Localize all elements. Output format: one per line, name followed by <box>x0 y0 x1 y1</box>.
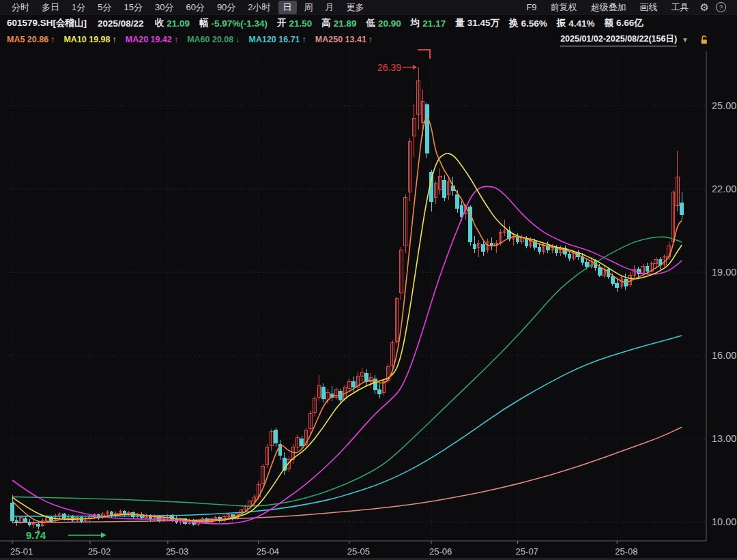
range-selector: 2025/01/02-2025/08/22(156日) ▼ <box>560 33 710 46</box>
chevron-down-icon[interactable]: ▼ <box>682 36 689 44</box>
high-price-annotation: 26.39 <box>377 50 430 73</box>
ma-label-value: MA10 19.98 <box>63 35 110 44</box>
y-axis-label: 16.00 <box>712 350 736 361</box>
ma-trend-arrow: ↑ <box>113 35 117 44</box>
quote-field-label: 均 <box>411 17 420 29</box>
candle-down <box>425 104 429 153</box>
tab-周[interactable]: 周 <box>300 1 318 14</box>
x-axis-label: 25-04 <box>257 546 279 557</box>
quote-bar: 601579.SH[会稽山] 2025/08/22 收21.09幅-5.97%(… <box>0 15 737 31</box>
quote-field-label: 换 <box>509 17 519 29</box>
candle-down <box>646 267 649 271</box>
tab-15分[interactable]: 15分 <box>119 1 147 14</box>
tab-日[interactable]: 日 <box>278 1 297 14</box>
y-axis-label: 22.00 <box>712 183 736 194</box>
ma-trend-arrow: ↑ <box>302 35 306 44</box>
quote-field-高: 高21.89 <box>321 17 356 29</box>
candles <box>11 68 684 529</box>
candle-down <box>680 203 684 214</box>
candle-down <box>473 244 476 248</box>
tab-多日[interactable]: 多日 <box>37 1 64 14</box>
quote-field-value: 6.56% <box>521 18 547 29</box>
x-axis-label: 25-06 <box>429 546 452 557</box>
tab-90分[interactable]: 90分 <box>212 1 240 14</box>
candle-down <box>37 524 40 526</box>
quote-field-振: 振4.41% <box>557 17 595 29</box>
candle-down <box>322 387 326 398</box>
quote-field-开: 开21.50 <box>277 17 312 29</box>
tab-60分[interactable]: 60分 <box>181 1 209 14</box>
quote-field-value: 4.41% <box>568 18 594 29</box>
quote-field-label: 幅 <box>199 17 209 29</box>
toolbar-button-前复权[interactable]: 前复权 <box>545 1 583 14</box>
tab-月[interactable]: 月 <box>321 1 339 14</box>
date-range-selector[interactable]: 2025/01/02-2025/08/22(156日) <box>560 33 677 46</box>
low-price-annotation: 9.74 <box>26 529 106 541</box>
quote-field-label: 开 <box>277 17 287 29</box>
quote-field-额: 额6.66亿 <box>605 17 644 29</box>
y-axis-label: 19.00 <box>712 267 736 278</box>
quote-field-value: 21.50 <box>289 18 312 29</box>
ma-label-value: MA120 16.71 <box>248 35 300 44</box>
quote-field-value: 20.90 <box>378 18 401 29</box>
candlestick-chart[interactable]: 25.0022.0019.0016.0013.0010.0025-0125-02… <box>0 48 737 560</box>
toolbar-right: F9前复权超级叠加画线工具 ⚙ ? <box>519 1 732 14</box>
quote-field-label: 额 <box>605 17 614 29</box>
candle-down <box>456 194 459 208</box>
candle-down <box>352 382 356 387</box>
candle-down <box>616 283 619 287</box>
ma-line-MA5 <box>12 118 682 522</box>
tab-1分[interactable]: 1分 <box>67 1 90 14</box>
quote-field-label: 量 <box>455 17 465 29</box>
toolbar-button-工具[interactable]: 工具 <box>666 1 695 14</box>
quote-field-label: 收 <box>155 17 164 29</box>
candle-down <box>586 263 589 267</box>
unlock-icon[interactable] <box>699 35 710 45</box>
ma-line-MA10 <box>12 153 682 521</box>
candle-down <box>443 181 446 197</box>
tab-5分[interactable]: 5分 <box>93 1 116 14</box>
quote-field-label: 振 <box>557 17 566 29</box>
tab-分时[interactable]: 分时 <box>7 1 34 14</box>
quote-field-label: 低 <box>366 17 376 29</box>
x-axis-label: 25-01 <box>10 546 33 557</box>
quote-date: 2025/08/22 <box>98 18 144 29</box>
tab-更多[interactable]: 更多 <box>342 1 369 14</box>
quote-field-value: 6.66亿 <box>616 17 644 29</box>
x-axis-label: 25-07 <box>516 546 538 557</box>
y-axis-label: 10.00 <box>712 516 736 527</box>
period-toolbar: 分时多日1分5分15分30分60分90分2小时日周月更多 F9前复权超级叠加画线… <box>0 0 737 15</box>
toolbar-right-buttons: F9前复权超级叠加画线工具 <box>519 1 695 14</box>
gear-icon[interactable]: ⚙ <box>700 2 709 12</box>
quote-field-收: 收21.09 <box>155 17 190 29</box>
ma-line-MA120 <box>12 336 682 516</box>
toolbar-button-超级叠加[interactable]: 超级叠加 <box>586 1 632 14</box>
high-price-label: 26.39 <box>377 62 401 73</box>
quote-field-value: -5.97%(-1.34) <box>211 18 268 29</box>
stock-chart-app: 分时多日1分5分15分30分60分90分2小时日周月更多 F9前复权超级叠加画线… <box>0 0 737 560</box>
ma-legend-bar: MA5 20.86↑MA10 19.98↑MA20 19.42↑MA60 20.… <box>0 31 737 48</box>
ma-trend-arrow: ↓ <box>235 35 240 44</box>
ma-legend-MA20: MA20 19.42↑ <box>126 35 178 44</box>
stock-symbol: 601579.SH[会稽山] <box>7 17 87 29</box>
toolbar-button-F9[interactable]: F9 <box>521 1 542 13</box>
ma-label-value: MA20 19.42 <box>126 35 172 44</box>
candle-down <box>300 439 304 445</box>
x-axis-label: 25-03 <box>166 546 188 557</box>
x-axis-label: 25-05 <box>347 546 370 557</box>
ma-line-MA250 <box>12 427 682 522</box>
help-icon[interactable]: ? <box>716 2 726 12</box>
ma-legend-items: MA5 20.86↑MA10 19.98↑MA20 19.42↑MA60 20.… <box>7 35 381 44</box>
quote-field-低: 低20.90 <box>366 17 401 29</box>
period-tabs: 分时多日1分5分15分30分60分90分2小时日周月更多 <box>5 1 371 14</box>
candle-down <box>568 254 571 259</box>
tab-30分[interactable]: 30分 <box>150 1 178 14</box>
toolbar-button-画线[interactable]: 画线 <box>635 1 663 14</box>
candle-down <box>611 276 615 283</box>
ma-trend-arrow: ↑ <box>174 35 178 44</box>
tab-2小时[interactable]: 2小时 <box>243 1 275 14</box>
quote-field-value: 21.89 <box>334 18 357 29</box>
ma-legend-MA10: MA10 19.98↑ <box>63 35 116 44</box>
quote-fields: 收21.09幅-5.97%(-1.34)开21.50高21.89低20.90均2… <box>155 17 653 29</box>
candle-down <box>24 518 27 521</box>
